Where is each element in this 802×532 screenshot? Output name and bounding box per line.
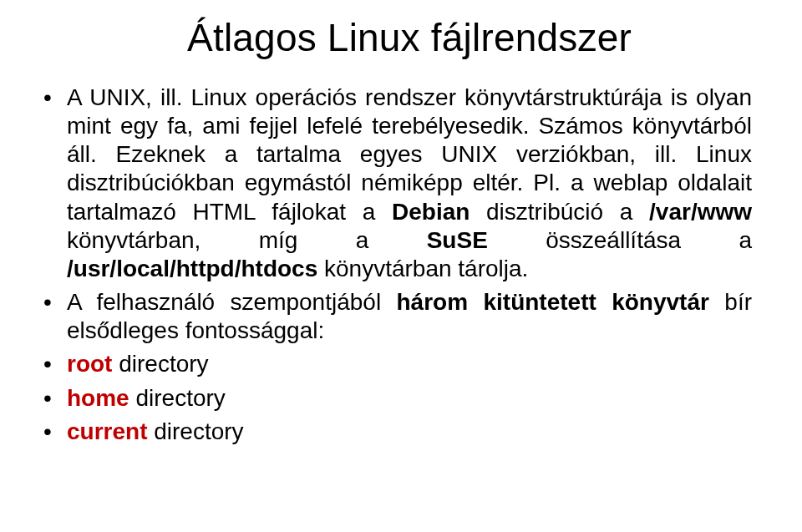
text-strong: három kitüntetett könyvtár — [397, 289, 709, 315]
text-strong: SuSE — [427, 227, 488, 253]
slide-title: Átlagos Linux fájlrendszer — [67, 15, 752, 60]
text-segment: összeállítása a — [488, 227, 752, 253]
text-segment: A felhasználó szempontjából — [67, 289, 397, 315]
text-strong: /usr/local/httpd/htdocs — [67, 256, 317, 281]
text-strong: /var/www — [649, 199, 752, 225]
bullet-item-4: home directory — [67, 384, 752, 413]
text-segment: disztribúció a — [470, 199, 649, 225]
text-segment: directory — [129, 385, 226, 411]
text-segment: directory — [112, 351, 208, 377]
bullet-item-3: root directory — [67, 350, 752, 378]
bullet-item-5: current directory — [67, 418, 752, 446]
text-segment: könyvtárban, míg a — [67, 227, 427, 253]
bullet-item-2: A felhasználó szempontjából három kitünt… — [67, 288, 752, 345]
text-strong: Debian — [392, 199, 470, 225]
text-segment: directory — [147, 418, 243, 444]
bullet-list: A UNIX, ill. Linux operációs rendszer kö… — [67, 84, 752, 446]
slide-container: Átlagos Linux fájlrendszer A UNIX, ill. … — [0, 0, 802, 532]
text-segment: könyvtárban tárolja. — [317, 256, 528, 281]
text-keyword: home — [67, 385, 129, 411]
text-keyword: current — [67, 418, 147, 444]
text-keyword: root — [67, 351, 112, 377]
bullet-item-1: A UNIX, ill. Linux operációs rendszer kö… — [67, 84, 752, 283]
